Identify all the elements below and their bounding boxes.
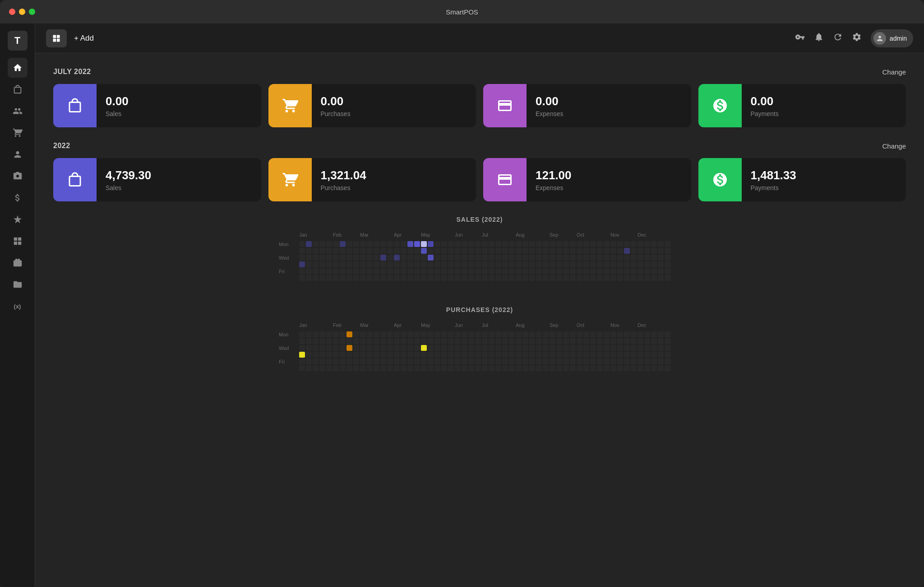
svg-rect-242 bbox=[550, 275, 555, 281]
svg-rect-615 bbox=[583, 352, 589, 358]
svg-rect-180 bbox=[482, 261, 488, 267]
svg-rect-689 bbox=[665, 365, 670, 371]
grid-view-button[interactable] bbox=[46, 29, 67, 47]
svg-rect-640 bbox=[610, 359, 616, 364]
svg-rect-562 bbox=[522, 359, 528, 364]
svg-rect-444 bbox=[394, 331, 400, 337]
svg-rect-525 bbox=[482, 352, 488, 358]
svg-rect-163 bbox=[462, 268, 467, 274]
svg-rect-363 bbox=[299, 352, 305, 358]
svg-rect-563 bbox=[522, 365, 528, 371]
key-button[interactable] bbox=[795, 32, 805, 44]
svg-rect-200 bbox=[502, 275, 508, 281]
svg-rect-486 bbox=[441, 331, 447, 337]
svg-rect-460 bbox=[407, 359, 413, 364]
year-expenses-card: 121.00 Expenses bbox=[483, 158, 691, 201]
add-button[interactable]: + Add bbox=[74, 34, 94, 43]
sidebar-item-dollar[interactable] bbox=[8, 188, 28, 208]
svg-rect-37 bbox=[319, 268, 325, 274]
svg-rect-265 bbox=[577, 268, 582, 274]
svg-rect-442 bbox=[387, 359, 393, 364]
svg-text:Sep: Sep bbox=[550, 232, 559, 238]
svg-rect-398 bbox=[340, 345, 346, 351]
svg-rect-533 bbox=[489, 365, 494, 371]
svg-rect-667 bbox=[644, 338, 650, 344]
svg-rect-147 bbox=[448, 241, 454, 247]
svg-rect-379 bbox=[319, 338, 325, 344]
year-purchases-label: Purchases bbox=[321, 184, 366, 191]
sidebar-item-sparkle[interactable] bbox=[8, 210, 28, 229]
svg-rect-236 bbox=[543, 275, 549, 281]
svg-rect-371 bbox=[306, 365, 312, 371]
svg-rect-343 bbox=[665, 268, 670, 274]
svg-rect-498 bbox=[455, 331, 461, 337]
maximize-button[interactable] bbox=[29, 9, 35, 15]
svg-rect-25 bbox=[306, 268, 312, 274]
sidebar-item-shop[interactable] bbox=[8, 79, 28, 99]
bell-button[interactable] bbox=[814, 32, 824, 44]
svg-rect-493 bbox=[448, 338, 454, 344]
svg-rect-454 bbox=[401, 359, 407, 364]
july-expenses-label: Expenses bbox=[536, 110, 563, 117]
titlebar: SmartPOS bbox=[0, 0, 924, 23]
svg-rect-294 bbox=[610, 261, 616, 267]
svg-rect-503 bbox=[455, 365, 461, 371]
svg-rect-61 bbox=[346, 268, 352, 274]
svg-rect-289 bbox=[604, 268, 610, 274]
svg-rect-372 bbox=[313, 331, 319, 337]
chart-button[interactable] bbox=[833, 32, 843, 44]
svg-rect-501 bbox=[455, 352, 461, 358]
svg-rect-309 bbox=[631, 241, 637, 247]
year-purchases-info: 1,321.04 Purchases bbox=[312, 168, 375, 191]
settings-button[interactable] bbox=[852, 32, 862, 44]
svg-rect-191 bbox=[495, 255, 501, 261]
sidebar-item-grid2[interactable] bbox=[8, 231, 28, 251]
sidebar-item-users[interactable] bbox=[8, 101, 28, 121]
sidebar-item-variable[interactable]: (x) bbox=[8, 296, 28, 316]
sidebar-item-home[interactable] bbox=[8, 58, 28, 78]
svg-rect-664 bbox=[638, 359, 643, 364]
svg-rect-380 bbox=[319, 345, 325, 351]
sidebar-item-folder[interactable] bbox=[8, 275, 28, 294]
year-expenses-value: 121.00 bbox=[536, 168, 572, 182]
svg-rect-275 bbox=[590, 255, 596, 261]
svg-rect-197 bbox=[502, 255, 508, 261]
svg-rect-154 bbox=[455, 248, 461, 254]
year-payments-value: 1,481.33 bbox=[751, 168, 796, 182]
svg-rect-247 bbox=[556, 268, 562, 274]
svg-rect-136 bbox=[434, 248, 440, 254]
svg-rect-285 bbox=[604, 241, 610, 247]
minimize-button[interactable] bbox=[19, 9, 25, 15]
svg-rect-276 bbox=[590, 261, 596, 267]
svg-text:Jul: Jul bbox=[482, 322, 488, 328]
sidebar-item-camera[interactable] bbox=[8, 166, 28, 186]
svg-text:May: May bbox=[421, 322, 430, 328]
july-change-button[interactable]: Change bbox=[882, 68, 906, 76]
year-expenses-info: 121.00 Expenses bbox=[527, 168, 581, 191]
svg-rect-152 bbox=[448, 275, 454, 281]
svg-rect-235 bbox=[543, 268, 549, 274]
sidebar-item-cart[interactable] bbox=[8, 123, 28, 143]
svg-rect-111 bbox=[407, 241, 413, 247]
svg-rect-53 bbox=[340, 255, 346, 261]
sidebar-item-team[interactable] bbox=[8, 144, 28, 164]
svg-rect-145 bbox=[441, 268, 447, 274]
svg-rect-627 bbox=[597, 352, 603, 358]
svg-rect-538 bbox=[495, 359, 501, 364]
svg-rect-168 bbox=[468, 261, 474, 267]
svg-rect-612 bbox=[583, 331, 589, 337]
svg-rect-230 bbox=[536, 275, 542, 281]
svg-rect-633 bbox=[604, 352, 610, 358]
svg-rect-645 bbox=[617, 352, 623, 358]
year-change-button[interactable]: Change bbox=[882, 142, 906, 150]
close-button[interactable] bbox=[9, 9, 15, 15]
svg-rect-674 bbox=[651, 345, 657, 351]
svg-rect-159 bbox=[462, 241, 467, 247]
admin-button[interactable]: admin bbox=[871, 29, 913, 47]
content-area: JULY 2022 Change 0.00 Sales bbox=[35, 53, 924, 587]
sidebar-item-gift[interactable] bbox=[8, 253, 28, 273]
svg-rect-264 bbox=[577, 261, 582, 267]
svg-rect-252 bbox=[563, 261, 569, 267]
svg-rect-605 bbox=[570, 365, 576, 371]
svg-rect-636 bbox=[610, 331, 616, 337]
